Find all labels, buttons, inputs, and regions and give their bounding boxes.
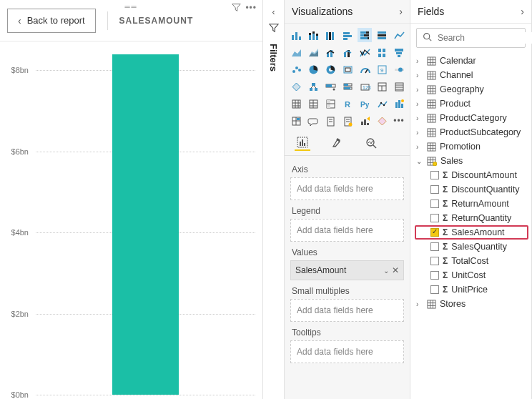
more-icon[interactable]: ••• [245,3,257,13]
shapes-icon[interactable] [323,114,338,128]
search-input[interactable] [436,32,532,44]
table-icon[interactable] [392,79,406,94]
checkbox[interactable] [430,171,439,179]
100-stacked-bar-h-icon[interactable] [375,28,389,42]
table-stores[interactable]: ›Stores [415,297,528,311]
checkbox[interactable] [430,285,439,294]
well-legend[interactable]: Add data fields here [290,219,404,242]
y-tick-label: $4bn [11,228,29,237]
field-discountquantity[interactable]: ΣDiscountQuantity [415,182,528,197]
matrix-icon[interactable] [289,97,303,111]
stacked-bar-h-icon[interactable] [358,28,372,42]
svg-rect-108 [302,139,303,146]
chevron-down-icon[interactable]: ⌄ [383,267,389,275]
tab-fields[interactable] [295,135,310,151]
table-sales[interactable]: ⌄Sales [415,154,528,168]
card-icon[interactable]: 9 [375,62,389,77]
table-productcategory[interactable]: ›ProductCategory [415,111,528,125]
image-icon[interactable] [340,114,355,128]
gauge-icon[interactable] [358,62,372,77]
waterfall-icon[interactable] [375,45,389,59]
slicer-icon[interactable] [375,79,389,94]
fields-header[interactable]: Fields › [410,0,531,24]
checkbox[interactable] [430,214,439,222]
chevron-right-icon: › [399,6,403,17]
sigma-icon: Σ [443,285,448,295]
checkbox[interactable] [430,228,439,237]
smart-narrative-icon[interactable] [375,97,389,111]
table-label: Promotion [440,142,481,152]
field-unitcost[interactable]: ΣUnitCost [415,268,528,282]
stacked-area-icon[interactable] [306,45,320,59]
key-influencers-icon[interactable] [323,79,338,94]
well-values-pill[interactable]: SalesAmount ⌄ ✕ [290,260,404,280]
ribbon-icon[interactable] [358,45,372,59]
area-icon[interactable] [289,45,303,59]
visualizations-header[interactable]: Visualizations › [285,0,410,24]
matrix-2-icon[interactable] [306,97,320,111]
scatter-icon[interactable] [289,62,303,77]
back-to-report-button[interactable]: ‹ Back to report [7,9,96,33]
drag-grip-icon[interactable]: ══ [124,3,137,11]
decomposition-icon[interactable] [306,79,320,94]
remove-icon[interactable]: ✕ [392,265,399,275]
field-totalcost[interactable]: ΣTotalCost [415,254,528,268]
stacked-bar-2-icon[interactable] [306,28,320,42]
clustered-bar-icon[interactable] [323,28,338,42]
checkbox[interactable] [430,242,439,251]
table-calendar[interactable]: ›Calendar [415,54,528,68]
line-bar-2-icon[interactable] [340,45,355,59]
svg-rect-51 [312,83,315,86]
qa-icon[interactable] [392,97,406,111]
field-salesquantity[interactable]: ΣSalesQuantity [415,240,528,254]
r-visual-icon[interactable]: R [340,97,355,111]
field-unitprice[interactable]: ΣUnitPrice [415,282,528,297]
svg-point-58 [332,88,335,90]
tab-analytics[interactable] [363,135,379,151]
page-nav-icon[interactable] [289,114,303,128]
multi-row-icon[interactable] [340,79,355,94]
line-bar-icon[interactable] [323,45,338,59]
checkbox[interactable] [430,200,439,208]
bar[interactable] [112,54,178,395]
bar-horizontal-icon[interactable] [340,28,355,42]
stacked-bar-icon[interactable] [289,28,303,42]
filter-icon[interactable] [232,3,241,14]
table-channel[interactable]: ›Channel [415,68,528,82]
table-promotion[interactable]: ›Promotion [415,139,528,154]
more-icon[interactable]: ••• [392,114,406,128]
text-box-icon[interactable] [306,114,320,128]
chevron-right-icon: › [416,300,423,308]
search-box[interactable] [416,28,526,48]
number-card-icon[interactable]: 123 [358,79,372,94]
filters-pane-collapsed[interactable]: ‹ Filters [263,0,285,399]
sigma-icon: Σ [443,199,448,209]
paginated-icon[interactable] [323,97,338,111]
filled-map-icon[interactable] [289,79,303,94]
power-apps-icon[interactable] [375,114,389,128]
kpi-icon[interactable] [392,62,406,77]
funnel-icon[interactable] [392,45,406,59]
well-small-multiples[interactable]: Add data fields here [290,299,404,322]
field-salesamount[interactable]: ΣSalesAmount [415,225,528,240]
table-product[interactable]: ›Product [415,97,528,111]
line-icon[interactable] [392,28,406,42]
table-geography[interactable]: ›Geography [415,82,528,97]
arcgis-icon[interactable] [358,114,372,128]
well-axis[interactable]: Add data fields here [290,177,404,200]
table-label: Product [440,99,471,109]
field-returnquantity[interactable]: ΣReturnQuantity [415,211,528,225]
checkbox[interactable] [430,257,439,265]
checkbox[interactable] [430,185,439,194]
field-returnamount[interactable]: ΣReturnAmount [415,197,528,211]
tab-format[interactable] [329,135,345,151]
field-discountamount[interactable]: ΣDiscountAmount [415,168,528,182]
table-productsubcategory[interactable]: ›ProductSubcategory [415,125,528,139]
treemap-icon[interactable] [340,62,355,77]
donut-icon[interactable] [323,62,338,77]
checkbox[interactable] [430,271,439,280]
well-tooltips[interactable]: Add data fields here [290,340,404,363]
pie-icon[interactable] [306,62,320,77]
py-visual-icon[interactable]: Py [358,97,372,111]
svg-marker-24 [292,49,301,56]
